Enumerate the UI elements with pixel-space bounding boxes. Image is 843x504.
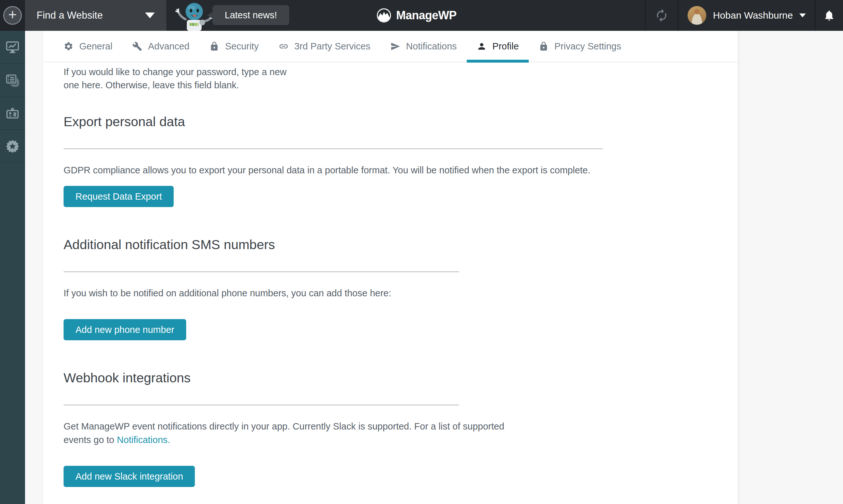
topbar-right: Hoban Washburne	[645, 0, 843, 31]
refresh-icon	[654, 8, 669, 22]
sidebar	[0, 31, 25, 504]
settings-panel: General Advanced Security 3rd Party Serv…	[43, 31, 738, 504]
tab-label: Notifications	[406, 41, 457, 52]
chevron-down-icon	[799, 14, 806, 17]
tab-label: Privacy Settings	[554, 41, 621, 52]
section-divider	[64, 404, 459, 406]
managewp-logo-icon	[376, 8, 392, 23]
find-website-dropdown[interactable]: Find a Website	[25, 0, 166, 31]
section-divider	[64, 271, 459, 272]
lock-icon	[209, 41, 219, 51]
tab-label: General	[79, 41, 112, 52]
section-heading: Webhook integrations	[64, 369, 738, 386]
id-badge-icon	[5, 106, 20, 121]
section-body: GDPR compliance allows you to export you…	[64, 163, 738, 177]
add-slack-integration-button[interactable]: Add new Slack integration	[64, 466, 195, 487]
request-data-export-button[interactable]: Request Data Export	[64, 186, 174, 207]
top-bar: + Find a Website Latest news!	[0, 0, 843, 31]
section-export-personal-data: Export personal data GDPR compliance all…	[64, 113, 738, 207]
monitor-chart-icon	[5, 40, 20, 55]
user-name: Hoban Washburne	[713, 10, 793, 21]
sidebar-item-reports[interactable]	[0, 64, 25, 97]
sidebar-item-clients[interactable]	[0, 97, 25, 130]
section-divider	[64, 148, 603, 149]
brand-logo: ManageWP	[376, 0, 456, 31]
bell-icon	[823, 9, 835, 21]
tab-security[interactable]: Security	[199, 31, 269, 62]
section-sms-numbers: Additional notification SMS numbers If y…	[64, 236, 738, 340]
tab-profile[interactable]: Profile	[467, 31, 529, 62]
tab-label: 3rd Party Services	[294, 41, 371, 52]
refresh-button[interactable]	[646, 0, 678, 31]
section-heading: Additional notification SMS numbers	[64, 236, 738, 253]
sidebar-item-addons[interactable]	[0, 130, 25, 163]
user-menu[interactable]: Hoban Washburne	[678, 0, 815, 31]
latest-news-tooltip: Latest news!	[213, 5, 289, 25]
find-website-label: Find a Website	[37, 10, 103, 21]
wrench-icon	[132, 41, 142, 51]
tab-label: Advanced	[148, 41, 190, 52]
reports-stack-icon	[5, 73, 20, 88]
gear-icon	[64, 41, 73, 51]
section-body: If you wish to be notified on additional…	[64, 286, 738, 300]
seal-star-icon	[5, 139, 20, 154]
tab-advanced[interactable]: Advanced	[122, 31, 199, 62]
settings-tabbar: General Advanced Security 3rd Party Serv…	[43, 31, 738, 62]
avatar	[687, 6, 706, 25]
section-body: Get ManageWP event notifications directl…	[64, 419, 510, 447]
profile-content: If you would like to change your passwor…	[43, 62, 738, 487]
tab-label: Security	[225, 41, 259, 52]
add-website-button[interactable]: +	[3, 6, 22, 25]
add-website-corner: +	[0, 0, 25, 31]
tab-label: Profile	[492, 41, 519, 52]
person-icon	[477, 41, 487, 51]
link-icon	[279, 41, 289, 51]
notifications-bell-button[interactable]	[815, 0, 843, 31]
latest-news-text: Latest news!	[225, 10, 277, 20]
brand-name: ManageWP	[396, 9, 456, 22]
tab-privacy-settings[interactable]: Privacy Settings	[529, 31, 631, 62]
password-note: If you would like to change your passwor…	[64, 66, 288, 92]
tab-general[interactable]: General	[54, 31, 122, 62]
add-phone-number-button[interactable]: Add new phone number	[64, 319, 186, 340]
sidebar-item-overview[interactable]	[0, 31, 25, 64]
tab-notifications[interactable]: Notifications	[380, 31, 467, 62]
notifications-link[interactable]: Notifications.	[117, 435, 170, 445]
section-heading: Export personal data	[64, 113, 738, 130]
chevron-down-icon	[145, 13, 155, 18]
tab-3rd-party-services[interactable]: 3rd Party Services	[269, 31, 380, 62]
paper-plane-icon	[390, 41, 400, 51]
section-webhook-integrations: Webhook integrations Get ManageWP event …	[64, 369, 738, 487]
lock-icon	[539, 41, 549, 51]
